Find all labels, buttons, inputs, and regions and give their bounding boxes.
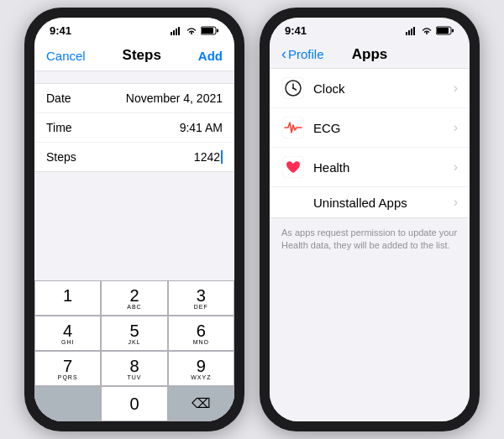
key-0[interactable]: 0: [101, 386, 167, 421]
svg-rect-5: [202, 28, 213, 34]
cancel-button[interactable]: Cancel: [46, 49, 86, 63]
key-backspace[interactable]: ⌫: [168, 386, 234, 421]
app-row-clock[interactable]: Clock ›: [270, 69, 470, 108]
phone-apps: 9:41: [260, 8, 480, 431]
status-time-2: 9:41: [285, 24, 307, 37]
apps-note: As apps request permission to update you…: [270, 218, 470, 261]
svg-rect-2: [176, 29, 177, 35]
key-7[interactable]: 7 PQRS: [34, 351, 101, 386]
back-button[interactable]: ‹ Profile: [281, 47, 324, 61]
phone-steps: 9:41: [24, 8, 244, 431]
wifi-icon-2: [421, 27, 433, 35]
numpad: 1 2 ABC 3 DEF 4 GHI 5: [34, 280, 234, 421]
back-label: Profile: [288, 47, 324, 61]
status-bar-1: 9:41: [34, 18, 234, 40]
key-empty: [34, 386, 101, 421]
numpad-row-1: 1 2 ABC 3 DEF: [34, 280, 234, 316]
key-2[interactable]: 2 ABC: [101, 280, 167, 316]
steps-value[interactable]: 1242: [194, 150, 223, 164]
ecg-app-icon: [281, 116, 305, 139]
key-9[interactable]: 9 WXYZ: [168, 351, 234, 386]
nav-bar-apps: ‹ Profile Apps: [270, 40, 470, 68]
key-5[interactable]: 5 JKL: [101, 316, 167, 351]
app-row-ecg[interactable]: ECG ›: [270, 108, 470, 148]
uninstalled-app-name: Uninstalled Apps: [313, 196, 445, 210]
svg-point-18: [292, 87, 294, 89]
steps-label: Steps: [46, 150, 76, 164]
steps-title: Steps: [123, 47, 161, 64]
battery-icon: [201, 26, 219, 35]
back-chevron-icon: ‹: [281, 46, 286, 61]
health-app-name: Health: [313, 160, 445, 175]
svg-rect-12: [437, 28, 449, 34]
time-row: Time 9:41 AM: [34, 113, 234, 143]
status-bar-2: 9:41: [270, 18, 470, 40]
app-row-health[interactable]: Health ›: [270, 148, 470, 187]
time-value[interactable]: 9:41 AM: [180, 121, 223, 134]
signal-icon-2: [406, 27, 417, 35]
health-app-icon: [281, 155, 305, 179]
status-time-1: 9:41: [50, 24, 71, 37]
clock-chevron-icon: ›: [454, 81, 458, 96]
nav-bar-steps: Cancel Steps Add: [34, 40, 234, 71]
app-row-uninstalled[interactable]: Uninstalled Apps ›: [270, 187, 470, 217]
numpad-row-4: 0 ⌫: [34, 386, 234, 421]
svg-rect-7: [406, 32, 407, 35]
uninstalled-chevron-icon: ›: [454, 195, 458, 210]
health-chevron-icon: ›: [454, 159, 458, 175]
svg-rect-0: [171, 32, 172, 35]
wifi-icon: [186, 27, 197, 35]
ecg-chevron-icon: ›: [454, 120, 458, 135]
spacer-1: [34, 172, 234, 280]
svg-rect-3: [178, 27, 180, 35]
clock-app-name: Clock: [313, 81, 445, 96]
status-icons-1: [171, 26, 219, 35]
time-label: Time: [46, 121, 72, 134]
svg-rect-6: [217, 29, 218, 33]
key-6[interactable]: 6 MNO: [168, 316, 234, 351]
spacer-2: [270, 261, 470, 421]
apps-list: Clock › ECG ›: [270, 68, 470, 218]
status-icons-2: [406, 26, 454, 35]
svg-rect-1: [173, 30, 175, 35]
key-1[interactable]: 1: [34, 280, 101, 316]
numpad-row-3: 7 PQRS 8 TUV 9 WXYZ: [34, 351, 234, 386]
key-8[interactable]: 8 TUV: [101, 351, 167, 386]
date-label: Date: [46, 91, 71, 105]
clock-app-icon: [281, 76, 305, 100]
key-3[interactable]: 3 DEF: [168, 280, 234, 316]
add-button[interactable]: Add: [198, 49, 223, 63]
ecg-app-name: ECG: [313, 121, 445, 135]
svg-rect-10: [413, 27, 415, 35]
svg-rect-9: [411, 29, 412, 35]
apps-title: Apps: [352, 46, 388, 63]
date-row: Date November 4, 2021: [34, 84, 234, 113]
signal-icon: [171, 27, 182, 35]
numpad-row-2: 4 GHI 5 JKL 6 MNO: [34, 316, 234, 351]
svg-rect-8: [408, 30, 410, 35]
date-value[interactable]: November 4, 2021: [126, 91, 223, 105]
key-4[interactable]: 4 GHI: [34, 316, 101, 351]
battery-icon-2: [436, 26, 454, 35]
steps-row: Steps 1242: [34, 143, 234, 171]
svg-rect-13: [452, 29, 454, 33]
steps-form: Date November 4, 2021 Time 9:41 AM Steps…: [34, 83, 234, 172]
